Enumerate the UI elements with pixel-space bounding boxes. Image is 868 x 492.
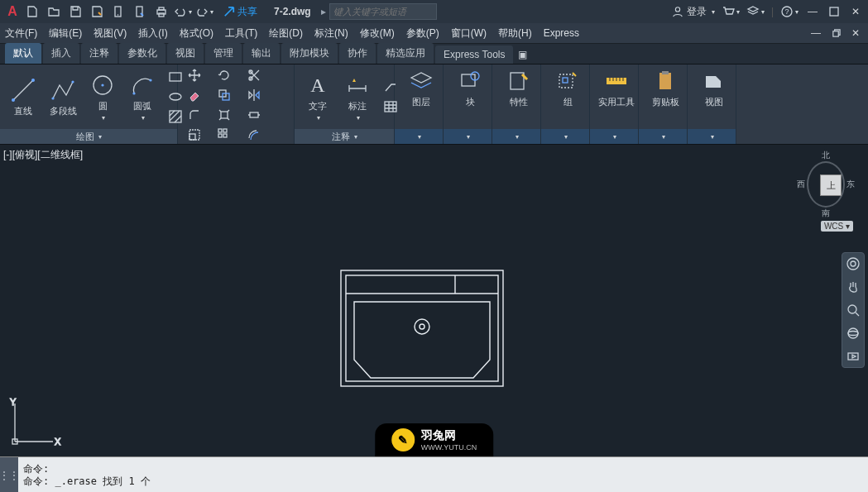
- maximize-button[interactable]: [827, 4, 842, 19]
- svg-rect-31: [218, 129, 222, 132]
- panel-view[interactable]: 视图 ▾: [688, 64, 736, 144]
- polyline-button[interactable]: 多段线: [45, 75, 81, 119]
- wcs-badge[interactable]: WCS ▾: [821, 221, 853, 232]
- menu-edit[interactable]: 编辑(E): [49, 26, 82, 41]
- tab-focus-icon[interactable]: ▣: [515, 45, 530, 64]
- array-button[interactable]: [213, 126, 236, 144]
- redo-icon[interactable]: ▾: [195, 2, 213, 21]
- svg-point-49: [415, 319, 429, 334]
- doc-close-button[interactable]: ✕: [848, 26, 863, 41]
- doc-min-button[interactable]: —: [808, 26, 823, 41]
- menu-draw[interactable]: 绘图(D): [269, 26, 303, 41]
- showmotion-icon[interactable]: [846, 349, 861, 364]
- search-input[interactable]: [329, 3, 437, 20]
- close-button[interactable]: ✕: [848, 4, 863, 19]
- app-store-icon[interactable]: ▾: [746, 2, 765, 21]
- svg-point-1: [117, 14, 119, 16]
- menu-modify[interactable]: 修改(M): [360, 26, 395, 41]
- new-icon[interactable]: [23, 2, 41, 21]
- web-open-icon[interactable]: [109, 2, 127, 21]
- arc-button[interactable]: 圆弧▾: [124, 70, 161, 123]
- tab-default[interactable]: 默认: [5, 43, 41, 64]
- menu-file[interactable]: 文件(F): [5, 26, 37, 41]
- menu-window[interactable]: 窗口(W): [451, 26, 487, 41]
- tab-insert[interactable]: 插入: [43, 43, 79, 64]
- tab-output[interactable]: 输出: [243, 43, 280, 64]
- menu-view[interactable]: 视图(V): [94, 26, 127, 41]
- copy-button[interactable]: [213, 86, 236, 104]
- tab-collab[interactable]: 协作: [339, 43, 376, 64]
- tab-addins[interactable]: 附加模块: [281, 43, 338, 64]
- cmdline-history-2: 命令: _.erase 找到 1 个: [23, 475, 863, 488]
- cart-icon[interactable]: ▾: [722, 2, 740, 21]
- ribbon-tabs: 默认 插入 注释 参数化 视图 管理 输出 附加模块 协作 精选应用 Expre…: [0, 44, 868, 64]
- tab-annotate[interactable]: 注释: [81, 43, 117, 64]
- login-label: 登录: [687, 5, 707, 19]
- line-button[interactable]: 直线: [5, 75, 41, 119]
- rotate-button[interactable]: [213, 66, 236, 84]
- zoom-extents-icon[interactable]: [846, 303, 861, 318]
- viewport-label[interactable]: [-][俯视][二维线框]: [3, 148, 83, 162]
- viewcube[interactable]: 北 西 上 东 南: [797, 150, 855, 219]
- open-icon[interactable]: [45, 2, 63, 21]
- web-save-icon[interactable]: [131, 2, 149, 21]
- trim-button[interactable]: [242, 66, 266, 84]
- panel-layers[interactable]: 图层 ▾: [395, 64, 444, 144]
- svg-point-57: [851, 261, 856, 266]
- panel-clipboard[interactable]: 剪贴板 ▾: [639, 64, 688, 144]
- menu-express[interactable]: Express: [544, 27, 579, 39]
- svg-line-59: [856, 313, 859, 316]
- mirror-button[interactable]: [242, 86, 266, 104]
- svg-point-6: [675, 7, 679, 12]
- save-icon[interactable]: [66, 2, 84, 21]
- undo-icon[interactable]: ▾: [174, 2, 192, 21]
- tab-featured[interactable]: 精选应用: [377, 43, 434, 64]
- viewcube-top-face[interactable]: 上: [820, 174, 842, 196]
- panel-properties[interactable]: 特性 ▾: [492, 64, 541, 144]
- panel-blocks[interactable]: 块 ▾: [444, 64, 492, 144]
- account-button[interactable]: 登录 ▾: [672, 5, 715, 19]
- panel-modify: 修改▾: [178, 64, 295, 144]
- move-button[interactable]: [183, 66, 206, 84]
- scale-button[interactable]: [183, 126, 206, 144]
- command-line[interactable]: ⋮⋮ 命令: 命令: _.erase 找到 1 个: [0, 456, 868, 492]
- panel-groups[interactable]: 组 ▾: [541, 64, 590, 144]
- share-button[interactable]: 共享: [223, 5, 257, 19]
- menu-tools[interactable]: 工具(T): [225, 26, 257, 41]
- help-icon[interactable]: ?▾: [780, 2, 798, 21]
- svg-point-14: [51, 97, 54, 99]
- circle-button[interactable]: 圆▾: [84, 70, 121, 123]
- drawing-canvas[interactable]: [-][俯视][二维线框] Y X 北 西 上 东 南 WCS ▾: [0, 145, 868, 456]
- offset-button[interactable]: [242, 126, 266, 144]
- tab-view[interactable]: 视图: [167, 43, 204, 64]
- tab-parametric[interactable]: 参数化: [119, 43, 165, 64]
- menu-help[interactable]: 帮助(H): [498, 26, 532, 41]
- menu-insert[interactable]: 插入(I): [138, 26, 167, 41]
- explode-button[interactable]: [213, 106, 236, 124]
- doc-restore-button[interactable]: [828, 26, 843, 41]
- pan-icon[interactable]: [846, 279, 861, 294]
- svg-rect-32: [223, 129, 227, 132]
- minimize-button[interactable]: —: [805, 4, 820, 19]
- cmdline-handle-icon[interactable]: ⋮⋮: [0, 457, 18, 492]
- saveas-icon[interactable]: [88, 2, 106, 21]
- menu-dim[interactable]: 标注(N): [314, 26, 348, 41]
- panel-utilities[interactable]: 实用工具 ▾: [590, 64, 639, 144]
- stretch-button[interactable]: [242, 106, 266, 124]
- ucs-icon: Y X: [5, 394, 63, 451]
- svg-point-56: [847, 258, 859, 270]
- viewcube-south: 南: [797, 208, 855, 219]
- menu-param[interactable]: 参数(P): [406, 26, 439, 41]
- orbit-icon[interactable]: [846, 326, 861, 341]
- text-button[interactable]: A文字▾: [300, 70, 336, 123]
- print-icon[interactable]: [152, 2, 170, 21]
- tab-manage[interactable]: 管理: [205, 43, 242, 64]
- steering-wheel-icon[interactable]: [846, 256, 861, 271]
- erase-button[interactable]: [183, 86, 206, 104]
- menu-format[interactable]: 格式(O): [180, 26, 213, 41]
- tab-express[interactable]: Express Tools: [435, 45, 513, 64]
- dimension-button[interactable]: 标注▾: [339, 70, 376, 123]
- menu-bar: 文件(F) 编辑(E) 视图(V) 插入(I) 格式(O) 工具(T) 绘图(D…: [0, 23, 868, 44]
- fillet-button[interactable]: [183, 106, 206, 124]
- svg-point-61: [848, 332, 858, 336]
